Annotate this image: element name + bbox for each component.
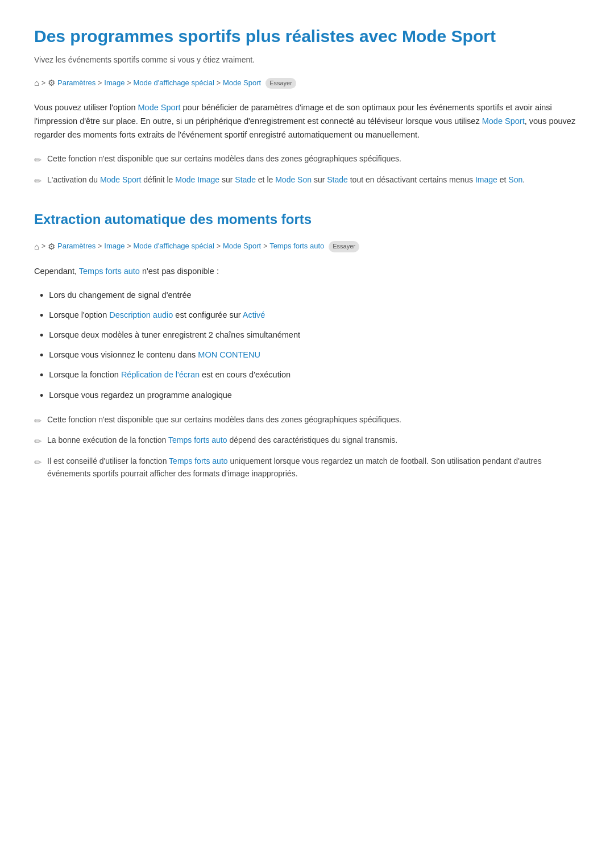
bullet-item-3: • Lorsque deux modèles à tuner enregistr…: [40, 329, 580, 343]
replication-link[interactable]: Réplication de l'écran: [121, 370, 200, 379]
bullet-dot-6: •: [40, 389, 43, 403]
notes-list-2: ✏ Cette fonction n'est disponible que su…: [34, 413, 580, 480]
breadcrumb-sep-3: >: [127, 78, 131, 89]
mode-sport-link-2[interactable]: Mode Sport: [482, 117, 525, 126]
breadcrumb2-sep-5: >: [263, 241, 267, 252]
bullet-dot-4: •: [40, 348, 43, 363]
breadcrumb2-special[interactable]: Mode d'affichage spécial: [133, 240, 214, 252]
pencil-icon-5: ✏: [34, 455, 42, 470]
mode-sport-link-3[interactable]: Mode Sport: [100, 175, 141, 184]
bullet-dot-3: •: [40, 329, 43, 343]
breadcrumb-image[interactable]: Image: [104, 77, 125, 89]
cependant-paragraph: Cependant, Temps forts auto n'est pas di…: [34, 265, 580, 279]
breadcrumb-2: ⌂ > ⚙ Paramètres > Image > Mode d'affich…: [34, 240, 580, 254]
breadcrumb2-temps-forts[interactable]: Temps forts auto: [269, 240, 324, 252]
page-subtitle: Vivez les événements sportifs comme si v…: [34, 53, 580, 66]
bullet-item-5: • Lorsque la fonction Réplication de l'é…: [40, 368, 580, 383]
mode-son-link[interactable]: Mode Son: [275, 175, 312, 184]
breadcrumb-settings[interactable]: Paramètres: [57, 77, 96, 89]
gear-icon: ⚙: [48, 76, 55, 90]
try-badge-2[interactable]: Essayer: [329, 241, 359, 252]
mode-image-link[interactable]: Mode Image: [175, 175, 219, 184]
home-icon-2: ⌂: [34, 240, 39, 254]
breadcrumb2-sep-2: >: [98, 241, 102, 252]
temps-forts-link-note4[interactable]: Temps forts auto: [168, 435, 227, 445]
pencil-icon-2: ✏: [34, 174, 42, 189]
bullet-dot-5: •: [40, 368, 43, 383]
breadcrumb-mode-sport[interactable]: Mode Sport: [223, 77, 261, 89]
breadcrumb2-sep-3: >: [127, 241, 131, 252]
breadcrumb-sep-2: >: [98, 78, 102, 89]
active-link[interactable]: Activé: [243, 310, 265, 319]
pencil-icon-1: ✏: [34, 153, 42, 168]
stade-link-1[interactable]: Stade: [235, 175, 256, 184]
son-link[interactable]: Son: [508, 175, 522, 184]
description-audio-link[interactable]: Description audio: [109, 310, 173, 319]
breadcrumb-special[interactable]: Mode d'affichage spécial: [133, 77, 214, 89]
section-title-extraction: Extraction automatique des moments forts: [34, 209, 580, 230]
note-item-1: ✏ Cette fonction n'est disponible que su…: [34, 152, 580, 168]
breadcrumb2-mode-sport[interactable]: Mode Sport: [223, 240, 261, 252]
note-item-3: ✏ Cette fonction n'est disponible que su…: [34, 413, 580, 429]
temps-forts-link-intro[interactable]: Temps forts auto: [79, 267, 140, 276]
breadcrumb-sep-4: >: [217, 78, 221, 89]
bullet-item-2: • Lorsque l'option Description audio est…: [40, 309, 580, 323]
note-item-4: ✏ La bonne exécution de la fonction Temp…: [34, 434, 580, 449]
breadcrumb2-image[interactable]: Image: [104, 240, 125, 252]
home-icon: ⌂: [34, 76, 39, 90]
bullet-item-6: • Lorsque vous regardez un programme ana…: [40, 389, 580, 403]
bullet-item-1: • Lors du changement de signal d'entrée: [40, 289, 580, 303]
gear-icon-2: ⚙: [48, 240, 55, 254]
bullet-dot-1: •: [40, 289, 43, 303]
breadcrumb-sep-1: >: [42, 78, 45, 89]
note-item-2: ✏ L'activation du Mode Sport définit le …: [34, 173, 580, 189]
page-main-title: Des programmes sportifs plus réalistes a…: [34, 23, 580, 50]
body-paragraph: Vous pouvez utiliser l'option Mode Sport…: [34, 101, 580, 142]
pencil-icon-3: ✏: [34, 414, 42, 429]
try-badge-1[interactable]: Essayer: [265, 78, 296, 89]
unavailable-bullet-list: • Lors du changement de signal d'entrée …: [34, 289, 580, 403]
stade-link-2[interactable]: Stade: [327, 175, 348, 184]
pencil-icon-4: ✏: [34, 434, 42, 449]
mon-contenu-link[interactable]: MON CONTENU: [198, 350, 260, 359]
mode-sport-link-1[interactable]: Mode Sport: [138, 103, 181, 112]
breadcrumb2-sep-4: >: [217, 241, 221, 252]
breadcrumb2-sep-1: >: [42, 241, 45, 252]
note-item-5: ✏ Il est conseillé d'utiliser la fonctio…: [34, 455, 580, 480]
image-link[interactable]: Image: [475, 175, 497, 184]
bullet-dot-2: •: [40, 309, 43, 323]
bullet-item-4: • Lorsque vous visionnez le contenu dans…: [40, 348, 580, 363]
notes-list-1: ✏ Cette fonction n'est disponible que su…: [34, 152, 580, 188]
breadcrumb-1: ⌂ > ⚙ Paramètres > Image > Mode d'affich…: [34, 76, 580, 90]
breadcrumb2-settings[interactable]: Paramètres: [57, 240, 96, 252]
temps-forts-link-note5[interactable]: Temps forts auto: [169, 456, 228, 466]
